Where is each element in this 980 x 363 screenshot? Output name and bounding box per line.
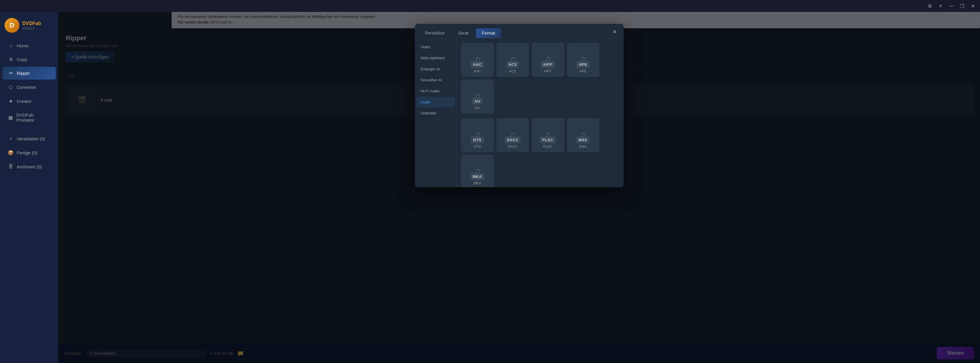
sidebar-smoother[interactable]: Smoother AI: [416, 75, 455, 85]
format-label-dts: DTS: [471, 136, 484, 143]
minimize-button[interactable]: —: [947, 2, 956, 10]
format-name-ape: APE: [579, 69, 586, 73]
format-label-aiff: AIFF: [541, 61, 555, 68]
format-name-aiff: AIFF: [544, 69, 552, 73]
format-name-ac3: AC3: [509, 69, 516, 73]
sidebar-enlarger[interactable]: Enlarger AI: [416, 64, 455, 74]
dialog-body: Video Web-optimiert Enlarger AI Smoother…: [415, 38, 624, 187]
sidebar-item-label: Creator: [17, 99, 32, 104]
sidebar-item-label: Converter: [17, 85, 37, 90]
format-card-eac3[interactable]: ♫ EAC3 EAC3: [496, 118, 529, 152]
sidebar-item-dvdfab-products[interactable]: ▦ DVDFab Produkte: [2, 109, 56, 126]
close-button[interactable]: ✕: [969, 2, 977, 10]
tab-format[interactable]: Format: [476, 28, 501, 38]
format-label-eac3: EAC3: [504, 136, 520, 143]
ripper-icon: ✂: [8, 70, 14, 76]
converter-icon: ⬡: [8, 84, 14, 90]
format-grid-container: ♫ AAC AAC ♫ AC3 AC3: [457, 38, 624, 187]
format-card-flac[interactable]: ♫ FLAC FLAC: [531, 118, 564, 152]
format-card-au[interactable]: ♫ AU AU: [461, 79, 494, 114]
menu-button[interactable]: ≡: [936, 2, 945, 10]
tab-persoenlich[interactable]: Persönlich: [419, 28, 450, 38]
logo-version: 13.0.0.3: [22, 27, 41, 30]
format-card-dts[interactable]: ♫ DTS DTS: [461, 118, 494, 152]
processed-icon: ✓: [8, 136, 14, 141]
format-label-flac: FLAC: [540, 136, 556, 143]
format-card-m4a[interactable]: ♫ M4A M4A: [567, 118, 600, 152]
app-container: D DVDFab 13.0.0.3 ⌂ Home ⧉ Copy ✂ Ripper…: [0, 12, 980, 363]
creator-icon: ★: [8, 98, 14, 104]
sidebar-item-label: Fertige (0): [17, 150, 37, 155]
format-label-ac3: AC3: [506, 61, 519, 68]
sidebar-item-label: Copy: [17, 57, 27, 62]
format-name-au: AU: [475, 106, 480, 110]
products-icon: ▦: [8, 115, 13, 120]
sidebar-item-label: Ripper: [17, 71, 30, 76]
sidebar-item-label: Verarbeitet (0): [17, 136, 45, 141]
format-card-aac[interactable]: ♫ AAC AAC: [461, 43, 494, 77]
format-name-m4a: M4A: [579, 144, 587, 149]
sidebar-item-finished[interactable]: 📦 Fertige (0): [2, 146, 56, 159]
format-label-aac: AAC: [471, 61, 484, 68]
title-bar: ⚙ ≡ — ❒ ✕: [0, 0, 980, 12]
format-name-mka: MKA: [473, 181, 481, 185]
logo-area: D DVDFab 13.0.0.3: [0, 15, 58, 39]
format-label-ape: APE: [576, 61, 589, 68]
finished-icon: 📦: [8, 150, 14, 155]
format-dialog-overlay: ✕ Persönlich Gerät Format Video Web-opti…: [58, 12, 980, 363]
format-card-mka[interactable]: ♫ MKA MKA: [461, 155, 494, 187]
format-name-dts: DTS: [474, 144, 481, 149]
archived-icon: 🗄: [8, 164, 14, 169]
dialog-sidebar: Video Web-optimiert Enlarger AI Smoother…: [415, 38, 457, 187]
tab-geraet[interactable]: Gerät: [452, 28, 474, 38]
main-content: Für ein besseres Seherlebnis können Sie …: [58, 12, 980, 363]
format-grid-row1: ♫ AAC AAC ♫ AC3 AC3: [461, 43, 619, 114]
settings-button[interactable]: ⚙: [926, 2, 934, 10]
format-dialog: ✕ Persönlich Gerät Format Video Web-opti…: [415, 24, 624, 187]
sidebar-item-label: Home: [17, 43, 29, 48]
logo-name: DVDFab: [22, 21, 41, 26]
sidebar-item-ripper[interactable]: ✂ Ripper: [2, 67, 56, 79]
sidebar-item-archived[interactable]: 🗄 Archiviert (0): [2, 160, 56, 173]
sidebar-item-creator[interactable]: ★ Creator: [2, 95, 56, 108]
logo-icon: D: [5, 18, 19, 33]
format-label-m4a: M4A: [576, 136, 590, 143]
format-name-eac3: EAC3: [508, 144, 517, 149]
sidebar-web[interactable]: Web-optimiert: [416, 53, 455, 63]
sidebar-item-converter[interactable]: ⬡ Converter: [2, 81, 56, 94]
format-grid-row2: ♫ DTS DTS ♫ EAC3 EAC3: [461, 118, 619, 187]
sidebar-item-label: Archiviert (0): [17, 164, 42, 169]
sidebar-item-processed[interactable]: ✓ Verarbeitet (0): [2, 132, 56, 145]
format-card-aiff[interactable]: ♫ AIFF AIFF: [531, 43, 564, 77]
maximize-button[interactable]: ❒: [958, 2, 966, 10]
sidebar-video[interactable]: Video: [416, 42, 455, 52]
format-card-ape[interactable]: ♫ APE APE: [567, 43, 600, 77]
format-card-ac3[interactable]: ♫ AC3 AC3: [496, 43, 529, 77]
format-label-mka: MKA: [470, 173, 484, 180]
dialog-close-button[interactable]: ✕: [610, 27, 619, 36]
sidebar-untertitel[interactable]: Untertitel: [416, 108, 455, 118]
format-label-au: AU: [472, 98, 483, 105]
copy-icon: ⧉: [8, 57, 14, 62]
sidebar-item-label: DVDFab Produkte: [16, 113, 51, 122]
format-name-aac: AAC: [474, 69, 481, 73]
home-icon: ⌂: [8, 43, 14, 48]
sidebar-item-copy[interactable]: ⧉ Copy: [2, 53, 56, 65]
sidebar-hifi[interactable]: Hi-Fi Audio: [416, 86, 455, 96]
format-name-flac: FLAC: [543, 144, 552, 149]
dialog-tabs: Persönlich Gerät Format: [415, 24, 624, 38]
sidebar-audio[interactable]: Audio: [416, 97, 455, 107]
sidebar-item-home[interactable]: ⌂ Home: [2, 39, 56, 52]
title-bar-buttons: ⚙ ≡ — ❒ ✕: [926, 2, 977, 10]
sidebar: D DVDFab 13.0.0.3 ⌂ Home ⧉ Copy ✂ Ripper…: [0, 12, 58, 363]
